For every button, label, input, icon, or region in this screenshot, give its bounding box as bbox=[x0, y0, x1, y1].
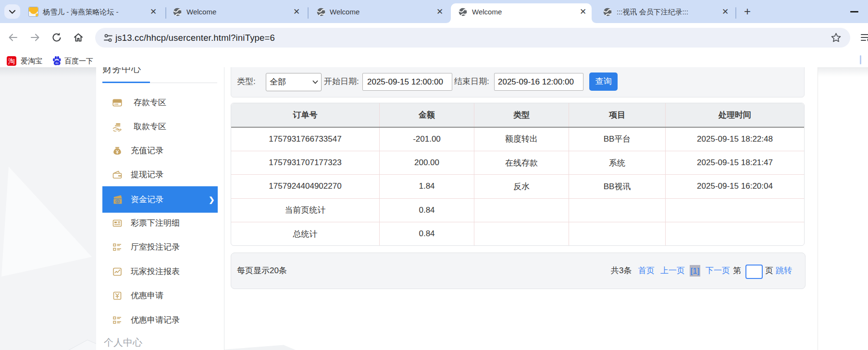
svg-text:du: du bbox=[55, 61, 58, 64]
